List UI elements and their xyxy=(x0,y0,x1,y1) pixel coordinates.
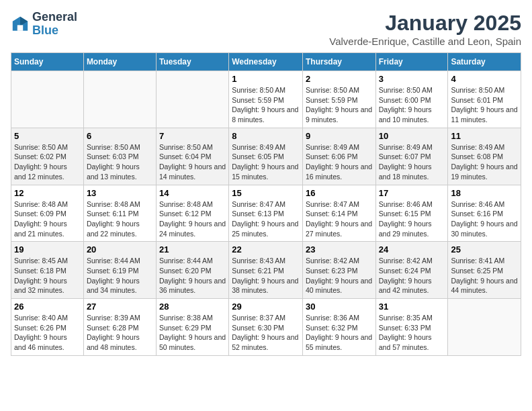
logo-line2: Blue xyxy=(32,24,77,38)
day-number: 23 xyxy=(306,244,373,255)
day-info: Sunrise: 8:49 AMSunset: 6:05 PMDaylight:… xyxy=(232,142,300,182)
day-number: 25 xyxy=(451,244,518,255)
day-number: 5 xyxy=(14,131,81,141)
calendar-cell: 22Sunrise: 8:43 AMSunset: 6:21 PMDayligh… xyxy=(229,242,303,299)
day-number: 7 xyxy=(159,131,226,141)
day-info: Sunrise: 8:42 AMSunset: 6:23 PMDaylight:… xyxy=(306,256,373,295)
day-number: 20 xyxy=(87,244,153,255)
day-info: Sunrise: 8:44 AMSunset: 6:19 PMDaylight:… xyxy=(87,256,153,295)
day-number: 22 xyxy=(232,244,300,255)
weekday-header-thursday: Thursday xyxy=(302,53,375,71)
day-info: Sunrise: 8:50 AMSunset: 6:04 PMDaylight:… xyxy=(159,142,226,182)
day-info: Sunrise: 8:50 AMSunset: 6:00 PMDaylight:… xyxy=(379,85,445,125)
weekday-header-tuesday: Tuesday xyxy=(156,53,228,71)
title-section: January 2025 Valverde-Enrique, Castille … xyxy=(329,11,521,47)
day-info: Sunrise: 8:49 AMSunset: 6:07 PMDaylight:… xyxy=(379,142,445,182)
day-number: 14 xyxy=(159,188,226,198)
day-number: 30 xyxy=(306,302,373,312)
day-number: 15 xyxy=(232,188,300,198)
calendar-cell: 24Sunrise: 8:42 AMSunset: 6:24 PMDayligh… xyxy=(375,242,448,299)
day-number: 3 xyxy=(379,74,445,84)
calendar-cell: 25Sunrise: 8:41 AMSunset: 6:25 PMDayligh… xyxy=(448,242,521,299)
day-info: Sunrise: 8:36 AMSunset: 6:32 PMDaylight:… xyxy=(306,313,373,353)
calendar-cell: 14Sunrise: 8:48 AMSunset: 6:12 PMDayligh… xyxy=(156,185,228,242)
day-info: Sunrise: 8:48 AMSunset: 6:12 PMDaylight:… xyxy=(159,199,226,239)
day-number: 28 xyxy=(159,302,226,312)
calendar-cell xyxy=(448,299,521,356)
calendar-cell: 15Sunrise: 8:47 AMSunset: 6:13 PMDayligh… xyxy=(229,185,303,242)
day-number: 2 xyxy=(306,74,373,84)
calendar-week-row: 19Sunrise: 8:45 AMSunset: 6:18 PMDayligh… xyxy=(11,242,521,299)
day-info: Sunrise: 8:39 AMSunset: 6:28 PMDaylight:… xyxy=(87,313,153,353)
day-info: Sunrise: 8:47 AMSunset: 6:14 PMDaylight:… xyxy=(306,199,373,239)
calendar-cell: 29Sunrise: 8:37 AMSunset: 6:30 PMDayligh… xyxy=(229,299,303,356)
calendar-cell: 30Sunrise: 8:36 AMSunset: 6:32 PMDayligh… xyxy=(302,299,375,356)
location-title: Valverde-Enrique, Castille and Leon, Spa… xyxy=(329,36,521,47)
calendar-cell: 19Sunrise: 8:45 AMSunset: 6:18 PMDayligh… xyxy=(11,242,84,299)
weekday-header-friday: Friday xyxy=(375,53,448,71)
day-info: Sunrise: 8:48 AMSunset: 6:11 PMDaylight:… xyxy=(87,199,153,239)
calendar-week-row: 12Sunrise: 8:48 AMSunset: 6:09 PMDayligh… xyxy=(11,185,521,242)
day-info: Sunrise: 8:35 AMSunset: 6:33 PMDaylight:… xyxy=(379,313,445,353)
calendar-cell: 5Sunrise: 8:50 AMSunset: 6:02 PMDaylight… xyxy=(11,128,84,185)
calendar-cell xyxy=(11,71,84,128)
day-info: Sunrise: 8:45 AMSunset: 6:18 PMDaylight:… xyxy=(14,256,81,295)
day-number: 29 xyxy=(232,302,300,312)
calendar-cell: 2Sunrise: 8:50 AMSunset: 5:59 PMDaylight… xyxy=(302,71,375,128)
day-number: 31 xyxy=(379,302,445,312)
weekday-header-sunday: Sunday xyxy=(11,53,84,71)
calendar-cell: 11Sunrise: 8:49 AMSunset: 6:08 PMDayligh… xyxy=(448,128,521,185)
calendar-cell: 28Sunrise: 8:38 AMSunset: 6:29 PMDayligh… xyxy=(156,299,228,356)
day-number: 17 xyxy=(379,188,445,198)
day-info: Sunrise: 8:47 AMSunset: 6:13 PMDaylight:… xyxy=(232,199,300,239)
day-number: 6 xyxy=(87,131,153,141)
calendar-cell: 6Sunrise: 8:50 AMSunset: 6:03 PMDaylight… xyxy=(83,128,156,185)
day-number: 19 xyxy=(14,244,81,255)
day-info: Sunrise: 8:43 AMSunset: 6:21 PMDaylight:… xyxy=(232,256,300,295)
day-info: Sunrise: 8:50 AMSunset: 5:59 PMDaylight:… xyxy=(232,85,300,125)
day-info: Sunrise: 8:50 AMSunset: 5:59 PMDaylight:… xyxy=(306,85,373,125)
calendar-table: SundayMondayTuesdayWednesdayThursdayFrid… xyxy=(11,52,521,356)
page-header: General Blue January 2025 Valverde-Enriq… xyxy=(11,11,521,47)
calendar-cell: 4Sunrise: 8:50 AMSunset: 6:01 PMDaylight… xyxy=(448,71,521,128)
day-number: 4 xyxy=(451,74,518,84)
day-number: 9 xyxy=(306,131,373,141)
calendar-cell: 13Sunrise: 8:48 AMSunset: 6:11 PMDayligh… xyxy=(83,185,156,242)
weekday-header-wednesday: Wednesday xyxy=(229,53,303,71)
day-info: Sunrise: 8:41 AMSunset: 6:25 PMDaylight:… xyxy=(451,256,518,295)
day-info: Sunrise: 8:50 AMSunset: 6:02 PMDaylight:… xyxy=(14,142,81,182)
day-info: Sunrise: 8:50 AMSunset: 6:03 PMDaylight:… xyxy=(87,142,153,182)
calendar-cell: 21Sunrise: 8:44 AMSunset: 6:20 PMDayligh… xyxy=(156,242,228,299)
day-number: 26 xyxy=(14,302,81,312)
day-info: Sunrise: 8:49 AMSunset: 6:08 PMDaylight:… xyxy=(451,142,518,182)
calendar-cell: 8Sunrise: 8:49 AMSunset: 6:05 PMDaylight… xyxy=(229,128,303,185)
calendar-cell: 12Sunrise: 8:48 AMSunset: 6:09 PMDayligh… xyxy=(11,185,84,242)
calendar-cell: 31Sunrise: 8:35 AMSunset: 6:33 PMDayligh… xyxy=(375,299,448,356)
svg-rect-2 xyxy=(17,25,23,30)
day-info: Sunrise: 8:46 AMSunset: 6:16 PMDaylight:… xyxy=(451,199,518,239)
weekday-header-saturday: Saturday xyxy=(448,53,521,71)
day-number: 12 xyxy=(14,188,81,198)
calendar-week-row: 5Sunrise: 8:50 AMSunset: 6:02 PMDaylight… xyxy=(11,128,521,185)
weekday-header-row: SundayMondayTuesdayWednesdayThursdayFrid… xyxy=(11,53,521,71)
calendar-cell: 23Sunrise: 8:42 AMSunset: 6:23 PMDayligh… xyxy=(302,242,375,299)
calendar-cell: 17Sunrise: 8:46 AMSunset: 6:15 PMDayligh… xyxy=(375,185,448,242)
calendar-cell: 10Sunrise: 8:49 AMSunset: 6:07 PMDayligh… xyxy=(375,128,448,185)
month-title: January 2025 xyxy=(329,11,521,36)
logo: General Blue xyxy=(11,11,77,38)
weekday-header-monday: Monday xyxy=(83,53,156,71)
day-number: 16 xyxy=(306,188,373,198)
day-number: 18 xyxy=(451,188,518,198)
calendar-cell xyxy=(83,71,156,128)
day-number: 24 xyxy=(379,244,445,255)
calendar-cell: 9Sunrise: 8:49 AMSunset: 6:06 PMDaylight… xyxy=(302,128,375,185)
logo-icon xyxy=(11,15,30,34)
day-info: Sunrise: 8:42 AMSunset: 6:24 PMDaylight:… xyxy=(379,256,445,295)
day-number: 10 xyxy=(379,131,445,141)
day-number: 13 xyxy=(87,188,153,198)
logo-line1: General xyxy=(32,11,77,24)
day-info: Sunrise: 8:37 AMSunset: 6:30 PMDaylight:… xyxy=(232,313,300,353)
day-info: Sunrise: 8:38 AMSunset: 6:29 PMDaylight:… xyxy=(159,313,226,353)
calendar-cell: 27Sunrise: 8:39 AMSunset: 6:28 PMDayligh… xyxy=(83,299,156,356)
calendar-cell xyxy=(156,71,228,128)
